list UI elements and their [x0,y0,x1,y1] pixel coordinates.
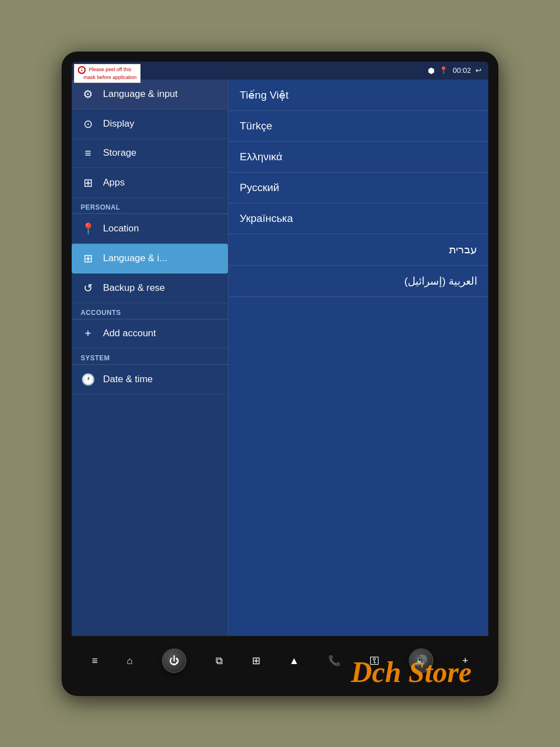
gear-icon: ⚙ [81,87,95,101]
key-icon[interactable]: ⚿ [370,655,380,667]
sidebar-label-language-input: Language & input [103,89,178,100]
sidebar-item-date-time[interactable]: 🕐 Date & time [72,365,228,395]
sticker-line1: Please peel off this [89,67,132,72]
sidebar: ⚙ Language & input ⊙ Display ≡ Storage ⊞… [72,80,228,635]
lang-label-turkce: Türkçe [240,120,272,132]
location-pin-icon: 📍 [439,66,448,75]
sidebar-label-backup: Backup & rese [103,282,165,294]
clock-icon: 🕐 [81,373,95,386]
sidebar-label-location: Location [103,223,139,234]
lang-item-ellinika[interactable]: Ελληνικά [228,142,488,173]
sidebar-label-language-active: Language & i... [103,253,167,264]
phone-icon[interactable]: 📞 [328,655,340,667]
sidebar-item-add-account[interactable]: + Add account [72,319,228,349]
nav-bar: ≡ ⌂ ⏻ ⧉ ⊞ ▲ 📞 ⚿ 🔊 + Dch Store [72,635,488,686]
content-area: ⚙ Language & input ⊙ Display ≡ Storage ⊞… [72,80,488,635]
plus-icon[interactable]: + [462,655,468,667]
power-icon: ⏻ [169,655,179,667]
lang-label-tieng-viet: Tiếng Việt [240,89,288,101]
step-circle: 1 [78,66,86,74]
back-arrow-icon: ↩ [475,66,482,75]
sidebar-item-language-active[interactable]: ⊞ Language & i... [72,244,228,273]
bluetooth-icon: ⬢ [428,66,435,75]
sidebar-label-add-account: Add account [103,328,156,339]
lang-item-turkce[interactable]: Türkçe [228,111,488,142]
lang-item-tieng-viet[interactable]: Tiếng Việt [228,80,488,111]
sidebar-label-storage: Storage [103,147,137,159]
grid-icon[interactable]: ⊞ [252,655,260,667]
sidebar-item-display[interactable]: ⊙ Display [72,109,228,139]
nav-arrow-icon[interactable]: ▲ [289,655,299,667]
sidebar-item-apps[interactable]: ⊞ Apps [72,168,228,198]
speaker-button[interactable]: 🔊 [409,648,433,673]
section-header-personal: PERSONAL [72,198,228,214]
backup-icon: ↺ [81,281,95,295]
lang-label-russian: Русский [240,182,279,194]
sidebar-label-display: Display [103,118,134,129]
lang-item-ukrainian[interactable]: Українська [228,203,488,234]
sidebar-label-date-time: Date & time [103,374,153,385]
peel-sticker: 1 Please peel off this mask before appli… [74,64,141,83]
sidebar-item-backup[interactable]: ↺ Backup & rese [72,273,228,303]
apps-icon: ⊞ [81,176,95,189]
screen: 🔊 15 ⬢ 📍 00:02 ↩ ⚙ Language & input ⊙ [72,62,488,686]
lang-label-ellinika: Ελληνικά [240,151,282,163]
power-button[interactable]: ⏻ [162,648,186,673]
sticker-line2: mask before application [83,75,137,80]
location-icon: 📍 [81,222,95,235]
sidebar-item-language-input-top[interactable]: ⚙ Language & input [72,80,228,109]
lang-item-hebrew[interactable]: עברית [228,234,488,266]
clock-time: 00:02 [452,66,471,75]
lang-item-russian[interactable]: Русский [228,173,488,203]
sidebar-item-location[interactable]: 📍 Location [72,214,228,244]
sidebar-label-apps: Apps [103,177,125,188]
tablet-device: 1 Please peel off this mask before appli… [62,52,498,696]
display-icon: ⊙ [81,117,95,131]
language-list: Tiếng Việt Türkçe Ελληνικά Русский Украї… [228,80,488,635]
language-icon-active: ⊞ [81,252,95,265]
lang-label-arabic-israel: العربية (إسرائيل) [404,275,477,287]
status-right: ⬢ 📍 00:02 ↩ [428,66,482,75]
section-header-system: SYSTEM [72,349,228,365]
add-icon: + [81,327,95,340]
lang-label-hebrew: עברית [449,243,477,256]
lang-label-ukrainian: Українська [240,212,293,225]
menu-lines-icon[interactable]: ≡ [92,655,98,667]
speaker-icon: 🔊 [415,655,427,667]
section-header-accounts: ACCOUNTS [72,303,228,319]
screen-icon[interactable]: ⧉ [216,655,223,667]
storage-icon: ≡ [81,147,95,160]
sidebar-item-storage[interactable]: ≡ Storage [72,139,228,168]
lang-item-arabic-israel[interactable]: العربية (إسرائيل) [228,266,488,297]
home-icon[interactable]: ⌂ [127,655,133,667]
